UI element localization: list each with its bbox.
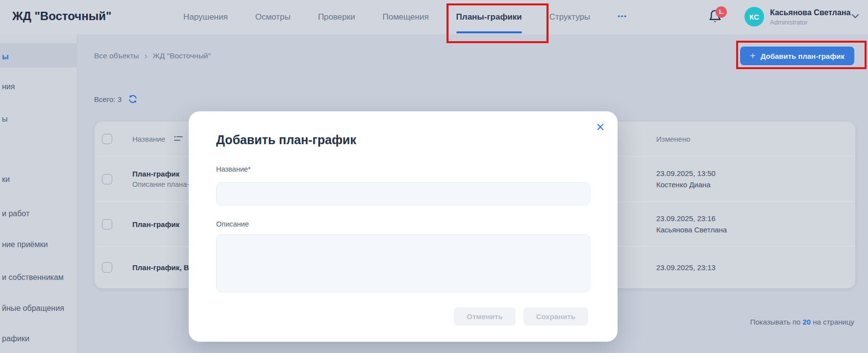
- refresh-icon[interactable]: [128, 94, 138, 104]
- add-schedule-button[interactable]: + Добавить план-график: [740, 47, 854, 65]
- app-title: ЖД "Восточный": [12, 9, 111, 23]
- breadcrumb: Все объекты › ЖД "Восточный": [94, 51, 211, 60]
- column-header-modified[interactable]: Изменено: [656, 135, 855, 143]
- sidebar-item-2[interactable]: ния: [2, 82, 15, 92]
- sidebar-item-8[interactable]: йные обращения: [2, 303, 64, 313]
- page-size-suffix: на страницу: [813, 318, 854, 326]
- sort-icon[interactable]: [174, 135, 183, 142]
- sidebar-active-highlight: [0, 43, 77, 68]
- description-field[interactable]: [216, 234, 590, 292]
- page-size-value[interactable]: 20: [803, 318, 811, 326]
- plus-icon: +: [750, 51, 756, 60]
- breadcrumb-current: ЖД "Восточный": [153, 51, 211, 60]
- tab-premises[interactable]: Помещения: [382, 0, 428, 34]
- notifications-button[interactable]: 1..: [708, 8, 727, 28]
- sidebar-item-7[interactable]: и собственникам: [2, 273, 64, 282]
- main-nav: Нарушения Осмотры Проверки Помещения Пла…: [183, 0, 627, 34]
- user-role: Administrator: [770, 19, 808, 26]
- sidebar-item-6[interactable]: ние приёмки: [2, 240, 48, 250]
- user-menu-chevron-down-icon[interactable]: [851, 14, 859, 19]
- avatar[interactable]: КС: [744, 7, 764, 26]
- modified-cell: 23.09.2025, 13:50 Костенко Диана: [656, 168, 855, 191]
- sidebar-item-9[interactable]: рафики: [2, 334, 29, 344]
- tab-checks[interactable]: Проверки: [318, 0, 355, 34]
- tab-structures[interactable]: Структуры: [549, 0, 590, 34]
- sidebar-item-5[interactable]: и работ: [2, 209, 29, 219]
- breadcrumb-separator-icon: ›: [145, 52, 148, 59]
- row-checkbox[interactable]: [102, 174, 112, 184]
- tab-violations[interactable]: Нарушения: [183, 0, 228, 34]
- page-size-prefix: Показывать по: [750, 318, 800, 326]
- total-count-label: Всего: 3: [94, 95, 122, 103]
- modal-actions: Отменить Сохранить: [454, 307, 588, 326]
- sidebar-item-1[interactable]: ы: [2, 52, 9, 62]
- add-schedule-button-label: Добавить план-график: [761, 52, 844, 60]
- name-field-label: Название*: [216, 165, 250, 173]
- tab-inspections[interactable]: Осмотры: [255, 0, 291, 34]
- add-schedule-modal: ✕ Добавить план-график Название* Описани…: [189, 111, 618, 342]
- notification-badge: 1..: [716, 6, 727, 18]
- cancel-button[interactable]: Отменить: [454, 307, 515, 326]
- tab-schedules[interactable]: Планы-графики: [456, 0, 522, 34]
- breadcrumb-root[interactable]: Все объекты: [94, 51, 139, 60]
- row-checkbox[interactable]: [102, 219, 112, 229]
- select-all-checkbox[interactable]: [102, 134, 112, 144]
- more-menu-icon[interactable]: •••: [618, 12, 627, 23]
- user-name: Касьянова Светлана: [770, 8, 850, 17]
- page-size-control[interactable]: Показывать по 20 на страницу: [750, 318, 854, 326]
- modal-title: Добавить план-график: [216, 133, 356, 147]
- close-icon[interactable]: ✕: [596, 122, 605, 133]
- sidebar-item-4[interactable]: ки: [2, 175, 10, 184]
- app-header: ЖД "Восточный" Нарушения Осмотры Проверк…: [0, 0, 868, 34]
- list-summary: Всего: 3: [94, 94, 138, 104]
- row-checkbox[interactable]: [102, 262, 112, 273]
- name-field[interactable]: [216, 182, 590, 205]
- save-button[interactable]: Сохранить: [523, 307, 588, 326]
- modified-cell: 23.09.2025, 23:13: [656, 262, 855, 273]
- sidebar-item-3[interactable]: ы: [2, 114, 8, 124]
- description-field-label: Описание: [216, 220, 249, 228]
- sidebar: ы ния ы ки и работ ние приёмки и собстве…: [0, 34, 77, 353]
- modified-cell: 23.09.2025, 23:16 Касьянова Светлана: [656, 213, 855, 236]
